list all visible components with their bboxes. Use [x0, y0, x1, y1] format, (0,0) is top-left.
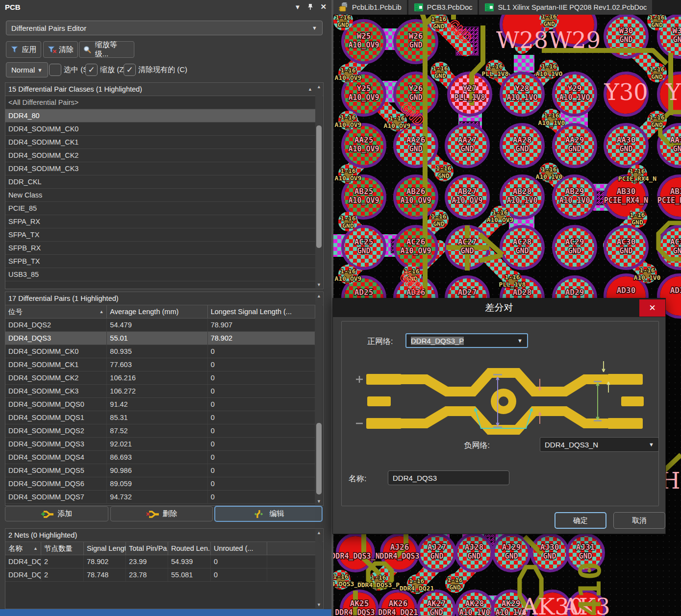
pair-row[interactable]: DDR4_SODIMM_DQS185.310: [5, 411, 315, 424]
positive-net-select[interactable]: DDR4_DQS3_P ▼: [405, 333, 528, 348]
scroll-up-icon[interactable]: ▲: [315, 83, 323, 90]
ok-button[interactable]: 确定: [555, 512, 606, 529]
class-list-item[interactable]: DDR_CKL: [5, 175, 315, 189]
pair-row[interactable]: DDR4_SODIMM_DQS794.7320: [5, 491, 315, 504]
svg-text:A10_OV9: A10_OV9: [452, 196, 482, 205]
svg-text:GND: GND: [409, 145, 422, 153]
scroll-down-icon[interactable]: ▼: [315, 498, 323, 505]
svg-text:A10_OV9: A10_OV9: [348, 145, 379, 153]
pair-row[interactable]: DDR4_SODIMM_CK177.6030: [5, 358, 315, 371]
zoom-checkbox[interactable]: ✓: [85, 64, 98, 76]
class-list-item[interactable]: USB3_85: [5, 268, 315, 281]
tab-sl1-xilinx[interactable]: SL1 Xilinx Spartan-IIE PQ208 Rev1.02.Pcb…: [479, 0, 652, 15]
pair-row[interactable]: DDR4_SODIMM_DQS091.420: [5, 398, 315, 411]
pair-row[interactable]: DDR4_SODIMM_CK3106.2720: [5, 385, 315, 398]
nets-column-header[interactable]: Signal Lengt...: [84, 542, 126, 555]
negative-net-value: DDR4_DQS3_N: [545, 441, 598, 449]
net-cell: 0: [211, 555, 267, 568]
scroll-thumb[interactable]: [316, 423, 322, 494]
class-list-item[interactable]: DDR4_SODIMM_CK0: [5, 123, 315, 136]
pairs-column-header[interactable]: 位号▲: [5, 305, 107, 318]
svg-text:AA25: AA25: [354, 135, 374, 145]
class-list-item[interactable]: SFPB_TX: [5, 255, 315, 268]
scroll-thumb[interactable]: [316, 125, 322, 248]
pair-row[interactable]: DDR4_SODIMM_DQS392.0210: [5, 438, 315, 451]
cancel-button[interactable]: 取消: [613, 512, 665, 529]
class-list-item[interactable]: SFPA_RX: [5, 215, 315, 228]
pair-row[interactable]: DDR4_SODIMM_DQS287.520: [5, 424, 315, 438]
pin-icon[interactable]: [307, 3, 313, 10]
pair-cell: 0: [208, 411, 315, 424]
pairs-scrollbar[interactable]: ▲ ▼: [315, 293, 323, 505]
pair-cell: 54.479: [107, 319, 207, 331]
dialog-titlebar[interactable]: 差分对: [333, 298, 665, 317]
tab-pcb3[interactable]: PCB3.PcbDoc: [408, 0, 478, 15]
pair-row[interactable]: DDR4_SODIMM_DQS486.6930: [5, 451, 315, 464]
close-icon[interactable]: ✕: [320, 2, 327, 11]
class-list-item[interactable]: DDR4_SODIMM_CK1: [5, 136, 315, 149]
svg-text:GND: GND: [433, 220, 445, 227]
net-row[interactable]: DDR4_DQS278.90223.9954.9390: [5, 555, 315, 568]
class-list-item[interactable]: <All Differential Pairs>: [5, 96, 315, 109]
svg-text:AJ26: AJ26: [390, 542, 409, 552]
net-cell: 55.081: [168, 568, 211, 581]
pair-cell: DDR4_SODIMM_DQS7: [5, 491, 107, 503]
zoom-checkbox-label: 缩放 (Z): [100, 65, 126, 74]
add-pair-button[interactable]: 添加: [5, 506, 108, 521]
pair-cell: DDR4_SODIMM_CK1: [5, 358, 107, 371]
mode-select[interactable]: Normal ▼: [6, 62, 48, 77]
nets-scrollbar[interactable]: ▲ ▼: [315, 529, 323, 608]
class-list-item[interactable]: SFPB_RX: [5, 242, 315, 255]
pair-row[interactable]: DDR4_SODIMM_CK080.9350: [5, 345, 315, 358]
nets-column-header[interactable]: Routed Len...: [168, 542, 211, 555]
pair-row[interactable]: DDR4_SODIMM_DQS590.9860: [5, 464, 315, 477]
pair-name-input[interactable]: DDR4_DQS3: [388, 470, 509, 485]
classes-header[interactable]: 15 Differential Pair Classes (1 Highligh…: [5, 83, 323, 96]
clear-button[interactable]: ✕ 清除: [43, 41, 78, 58]
chevron-down-icon: ▼: [649, 442, 654, 447]
select-checkbox[interactable]: [49, 64, 61, 76]
svg-text:AK27: AK27: [427, 599, 446, 608]
scroll-down-icon[interactable]: ▼: [315, 601, 323, 608]
class-list-item[interactable]: DDR4_SODIMM_CK2: [5, 149, 315, 162]
svg-text:GND: GND: [673, 246, 681, 255]
clear-existing-checkbox[interactable]: ✓: [124, 64, 136, 76]
zoom-level-button[interactable]: 缩放等级...: [79, 41, 134, 58]
nets-column-header[interactable]: 节点数量: [41, 542, 84, 555]
svg-text:GND: GND: [337, 21, 349, 28]
classes-scrollbar[interactable]: ▲ ▼: [315, 83, 323, 288]
nets-column-header[interactable]: 名称▲: [5, 542, 41, 555]
panel-menu-icon[interactable]: ▼: [295, 3, 301, 11]
class-list-item[interactable]: DDR4_80: [5, 109, 315, 123]
pair-row[interactable]: DDR4_DQS355.0178.902: [5, 332, 315, 345]
pair-cell: 0: [208, 358, 315, 371]
delete-pair-button[interactable]: 删除: [110, 506, 213, 521]
pair-cell: 78.902: [208, 332, 315, 345]
class-list-item[interactable]: DDR4_SODIMM_CK3: [5, 162, 315, 175]
pairs-column-header[interactable]: Longest Signal Length (...: [208, 305, 315, 318]
tab-pcblib1[interactable]: PcbLib1.PcbLib: [333, 0, 407, 15]
pair-row[interactable]: DDR4_SODIMM_CK2106.2160: [5, 371, 315, 385]
negative-net-select[interactable]: DDR4_DQS3_N ▼: [540, 437, 659, 452]
nets-column-header[interactable]: Total Pin/Pa...: [126, 542, 168, 555]
edit-pair-button[interactable]: 编辑: [215, 506, 322, 521]
nets-column-header[interactable]: Unrouted (...: [211, 542, 267, 555]
pairs-column-header[interactable]: Average Length (mm): [107, 305, 207, 318]
svg-text:A10_OV9: A10_OV9: [335, 121, 362, 129]
pcb-workspace[interactable]: 1-16GND1-16GND1-16GND1-16GND1-16A10_OV91…: [333, 0, 681, 616]
scroll-down-icon[interactable]: ▼: [315, 281, 323, 288]
svg-text:A10_1VO: A10_1VO: [559, 93, 590, 102]
scroll-up-icon[interactable]: ▲: [315, 529, 323, 536]
svg-text:DDR4_DQS3: DDR4_DQS3: [379, 552, 419, 561]
class-list-item[interactable]: SFPA_TX: [5, 228, 315, 242]
class-list-item[interactable]: PCIE_85: [5, 202, 315, 215]
pair-row[interactable]: DDR4_SODIMM_DQS689.0590: [5, 477, 315, 491]
svg-text:AJ31: AJ31: [576, 542, 595, 552]
net-row[interactable]: DDR4_DQS278.74823.7855.0810: [5, 568, 315, 582]
apply-button[interactable]: 应用: [6, 41, 41, 58]
scroll-up-icon[interactable]: ▲: [315, 293, 323, 299]
dialog-close-button[interactable]: ✕: [639, 299, 665, 317]
pair-row[interactable]: DDR4_DQS254.47978.907: [5, 319, 315, 332]
editor-mode-select[interactable]: Differential Pairs Editor ▼: [6, 21, 323, 35]
class-list-item[interactable]: New Class: [5, 189, 315, 202]
